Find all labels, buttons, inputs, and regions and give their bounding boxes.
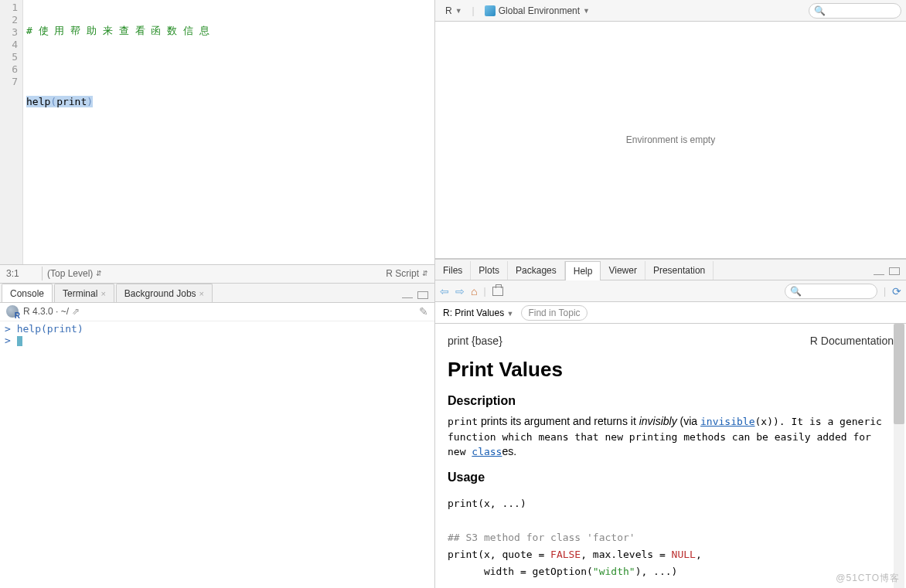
scope-selector[interactable]: (Top Level) ⇵ xyxy=(47,268,386,279)
tab-presentation[interactable]: Presentation xyxy=(645,261,714,280)
code-token-arg: print xyxy=(56,96,87,107)
forward-icon[interactable]: ⇨ xyxy=(455,285,465,297)
tab-console[interactable]: Console xyxy=(2,284,53,302)
help-doc-label: R Documentation xyxy=(810,335,894,347)
help-content[interactable]: print {base} R Documentation Print Value… xyxy=(435,324,906,588)
help-toolbar: ⇦ ⇨ ⌂ | 🔍 | ⟳ xyxy=(435,280,906,302)
console-version: R 4.3.0 · ~/ xyxy=(23,306,69,317)
code-line-1: # 使 用 帮 助 来 查 看 函 数 信 息 xyxy=(26,25,209,36)
environment-toolbar: R ▼ | Global Environment ▼ 🔍 xyxy=(435,0,906,22)
home-icon[interactable]: ⌂ xyxy=(471,285,477,297)
search-icon: 🔍 xyxy=(814,5,826,16)
source-editor[interactable]: 1234567 # 使 用 帮 助 来 查 看 函 数 信 息 help(pri… xyxy=(0,0,434,264)
console-prompt: > xyxy=(5,335,11,346)
tab-terminal[interactable]: Terminal× xyxy=(54,284,114,302)
env-search[interactable]: 🔍 xyxy=(809,3,901,19)
maximize-pane-icon[interactable] xyxy=(417,291,428,299)
help-usage-code: print(x, ...) ## S3 method for class 'fa… xyxy=(448,495,894,580)
find-in-topic[interactable]: Find in Topic xyxy=(521,305,587,321)
scrollbar-thumb[interactable] xyxy=(894,324,904,424)
console-tabbar: Console Terminal× Background Jobs× xyxy=(0,283,434,303)
language-selector[interactable]: R Script ⇵ xyxy=(386,268,428,279)
editor-statusbar: 3:1 (Top Level) ⇵ R Script ⇵ xyxy=(0,264,434,283)
tab-viewer[interactable]: Viewer xyxy=(601,261,645,280)
tab-files[interactable]: Files xyxy=(435,261,471,280)
tab-help[interactable]: Help xyxy=(565,261,601,280)
env-search-input[interactable] xyxy=(829,5,896,16)
help-title: Print Values xyxy=(448,358,894,382)
env-scope-selector[interactable]: Global Environment ▼ xyxy=(479,3,595,19)
r-logo-icon xyxy=(6,305,19,318)
code-token-func: help xyxy=(26,96,50,107)
maximize-pane-icon[interactable] xyxy=(889,267,900,275)
cursor-icon xyxy=(17,336,22,346)
search-icon: 🔍 xyxy=(790,286,802,297)
minimize-pane-icon[interactable] xyxy=(874,268,884,275)
close-icon[interactable]: × xyxy=(199,289,204,298)
back-icon[interactable]: ⇦ xyxy=(440,285,449,297)
help-section-usage: Usage xyxy=(448,471,894,484)
console-call: help(print) xyxy=(17,323,83,335)
console-output[interactable]: > help(print) > xyxy=(0,321,434,589)
help-search-input[interactable] xyxy=(805,286,872,297)
env-language-selector[interactable]: R ▼ xyxy=(440,3,468,19)
link-class[interactable]: class xyxy=(472,446,502,457)
tab-background-jobs[interactable]: Background Jobs× xyxy=(116,284,213,302)
help-description-text: print prints its argument and returns it… xyxy=(448,414,894,460)
watermark: @51CTO博客 xyxy=(836,572,900,585)
help-breadcrumb[interactable]: R: Print Values ▼ xyxy=(443,308,513,318)
help-search[interactable]: 🔍 xyxy=(785,284,877,299)
popout-window-icon[interactable] xyxy=(492,287,503,296)
console-prompt: > xyxy=(5,323,11,335)
help-breadcrumb-bar: R: Print Values ▼ Find in Topic xyxy=(435,302,906,324)
console-toolbar: R 4.3.0 · ~/ ⇗ ✎ xyxy=(0,303,434,321)
editor-code[interactable]: # 使 用 帮 助 来 查 看 函 数 信 息 help(print) xyxy=(23,0,213,264)
help-pkg: print {base} xyxy=(448,335,502,347)
clear-console-icon[interactable]: ✎ xyxy=(419,305,428,318)
tab-packages[interactable]: Packages xyxy=(508,261,565,280)
minimize-pane-icon[interactable] xyxy=(402,291,413,298)
editor-gutter: 1234567 xyxy=(0,0,23,264)
help-section-description: Description xyxy=(448,394,894,408)
tab-plots[interactable]: Plots xyxy=(471,261,508,280)
popout-icon[interactable]: ⇗ xyxy=(72,306,80,317)
cursor-position: 3:1 xyxy=(6,268,37,279)
close-icon[interactable]: × xyxy=(100,289,105,298)
cube-icon xyxy=(485,5,496,16)
help-pane-tabs: Files Plots Packages Help Viewer Present… xyxy=(435,259,906,280)
environment-empty-message: Environment is empty xyxy=(435,22,906,258)
link-invisible[interactable]: invisible xyxy=(700,416,754,427)
refresh-icon[interactable]: ⟳ xyxy=(892,285,901,297)
